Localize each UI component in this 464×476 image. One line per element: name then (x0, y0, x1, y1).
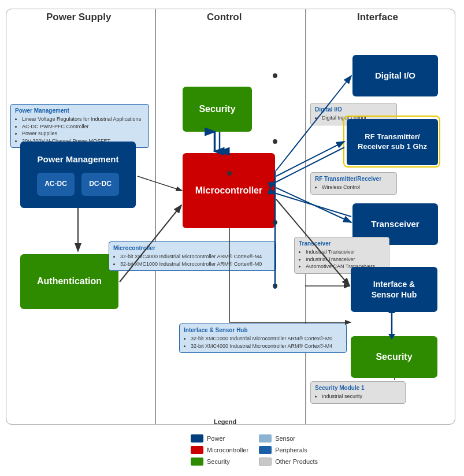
mc-info-list: 32-bit XMC4000 Industrial Microcontrolle… (113, 253, 272, 267)
section-power-supply: Power Supply (46, 12, 111, 23)
legend-microcontroller: Microcontroller (191, 446, 248, 454)
digital-io-block: Digital I/O (352, 55, 438, 96)
section-interface: Interface (357, 12, 398, 23)
legend-security: Security (191, 458, 248, 466)
legend-peripherals: Peripherals (259, 446, 318, 454)
ish-info-list: 32-bit XMC1000 Industrial Microcontrolle… (184, 335, 342, 349)
mc-info-item-1: 32-bit XMC4000 Industrial Microcontrolle… (120, 253, 272, 261)
legend-power-swatch (191, 434, 203, 442)
rf-info-list: Wireless Control (315, 184, 392, 191)
legend-title: Legend (214, 418, 236, 425)
dio-info-title: Digital I/O (315, 106, 392, 113)
rf-info-box: RF Transmitter/Receiver Wireless Control (310, 172, 397, 195)
rf-transmitter-block: RF Transmitter/Receiver sub 1 Ghz (347, 119, 438, 165)
pm-info-item-3: Power supplies (22, 130, 144, 137)
pm-info-item-2: AC-DC PWM-PFC Controller (22, 123, 144, 131)
legend-power-label: Power (207, 435, 225, 442)
ish-info-item-2: 32-bit XMC4000 Industrial Microcontrolle… (191, 343, 342, 350)
legend-sec-swatch (191, 458, 203, 466)
pm-block-label: Power Management (37, 154, 119, 165)
security-interface-block: Security (351, 336, 437, 378)
sm-info-title: Security Module 1 (315, 385, 401, 391)
divider-control-interface (305, 9, 306, 425)
legend-mc-swatch (191, 446, 203, 454)
rf-block-label: RF Transmitter/Receiver sub 1 Ghz (358, 132, 427, 152)
legend-per-label: Peripherals (275, 447, 307, 453)
ish-info-title: Interface & Sensor Hub (184, 327, 342, 333)
legend-col-2: Sensor Peripherals Other Products (259, 434, 318, 466)
rf-info-title: RF Transmitter/Receiver (315, 176, 392, 182)
ish-info-item-1: 32-bit XMC1000 Industrial Microcontrolle… (191, 335, 342, 343)
microcontroller-info-box: Microcontroller 32-bit XMC4000 Industria… (109, 241, 276, 271)
section-control: Control (207, 12, 242, 23)
pm-info-title: Power Management (15, 107, 144, 114)
legend-per-swatch (259, 446, 272, 454)
mc-info-title: Microcontroller (113, 245, 272, 251)
interface-sensor-hub-block: Interface &Sensor Hub (351, 267, 437, 312)
ish-block-label: Interface &Sensor Hub (372, 279, 417, 300)
authentication-block: Authentication (20, 254, 118, 309)
tr-info-item-1: Industrial Transceiver (306, 248, 385, 256)
legend-other-label: Other Products (275, 458, 318, 465)
sm-info-list: Industrial security (315, 393, 401, 400)
mc-info-item-2: 32-bit XMC1000 Industrial Microcontrolle… (120, 261, 272, 268)
tr-info-title: Transceiver (299, 240, 385, 247)
legend-other: Other Products (259, 458, 318, 466)
security-control-block: Security (183, 87, 252, 132)
legend-box: Power Microcontroller Security Sensor Pe… (191, 434, 318, 466)
legend-sensor-swatch (259, 434, 272, 442)
legend-mc-label: Microcontroller (207, 447, 248, 453)
legend-sensor-label: Sensor (275, 435, 295, 442)
pm-info-item-1: Linear Voltage Regulators for Industrial… (22, 116, 144, 123)
legend-power: Power (191, 434, 248, 442)
dc-dc-block: DC-DC (81, 173, 119, 196)
power-management-block: Power Management AC-DC DC-DC (20, 142, 136, 208)
legend-col-1: Power Microcontroller Security (191, 434, 248, 466)
security-module-info-box: Security Module 1 Industrial security (310, 381, 406, 404)
pm-info-list: Linear Voltage Regulators for Industrial… (15, 116, 144, 144)
ac-dc-block: AC-DC (37, 173, 75, 196)
ish-info-box: Interface & Sensor Hub 32-bit XMC1000 In… (179, 323, 347, 353)
tr-info-item-2: Industrial Transceiver (306, 256, 385, 263)
legend-other-swatch (259, 458, 272, 466)
rf-info-item-1: Wireless Control (322, 184, 392, 191)
divider-power-control (155, 9, 156, 425)
rf-transmitter-block-outer: RF Transmitter/Receiver sub 1 Ghz (343, 116, 440, 168)
legend-sec-label: Security (207, 458, 230, 465)
sm-info-item-1: Industrial security (322, 393, 401, 400)
microcontroller-block: Microcontroller (183, 153, 275, 228)
legend-sensor: Sensor (259, 434, 318, 442)
diagram-container: Power Supply Control Interface Power Man… (0, 0, 464, 476)
